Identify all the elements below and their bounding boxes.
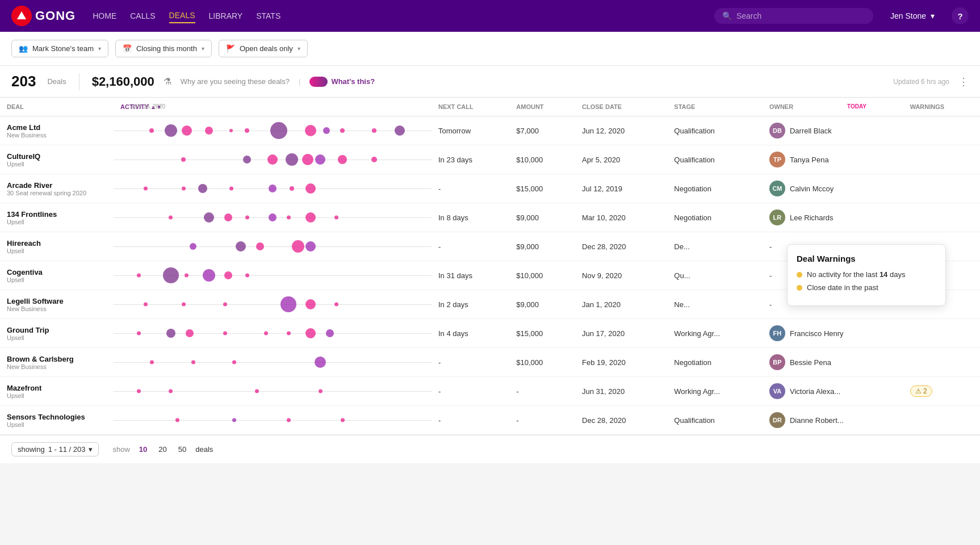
deal-cell: CogentivaUpsell	[0, 261, 114, 290]
deal-amount: $2,160,000	[92, 74, 154, 89]
stage-value: Qu...	[674, 271, 690, 280]
table-row[interactable]: Ground TripUpsellIn 4 days$15,000Jun 17,…	[0, 319, 980, 348]
svg-marker-0	[17, 11, 26, 19]
next-call-cell: In 8 days	[432, 203, 509, 232]
table-row[interactable]: MazefrontUpsell--Jun 31, 2020Working Agr…	[0, 377, 980, 406]
page-size-20[interactable]: 20	[156, 444, 169, 455]
warnings-title: Deal Warnings	[797, 254, 936, 263]
deal-warnings-popup: Deal Warnings No activity for the last 1…	[787, 244, 946, 306]
timeline-dot	[340, 128, 345, 133]
timeline-dot	[203, 269, 215, 282]
warnings-cell	[903, 116, 980, 145]
help-button[interactable]: ?	[952, 7, 969, 24]
deal-name: 134 Frontlines	[7, 210, 107, 219]
timeline-dot	[232, 418, 236, 422]
table-row[interactable]: Acme LtdNew BusinessTomorrow$7,000Jun 12…	[0, 116, 980, 145]
timeline-dot	[182, 303, 186, 307]
amount-cell: $9,000	[509, 232, 575, 261]
timeline-dot	[305, 125, 316, 136]
chevron-down-icon: ▾	[202, 45, 204, 52]
timeline-dot	[245, 274, 249, 278]
timeline-dot	[169, 216, 173, 220]
avatar: VA	[769, 383, 785, 399]
team-filter[interactable]: 👥 Mark Stone's team ▾	[11, 40, 108, 57]
activity-cell	[114, 174, 432, 203]
next-call-cell: -	[432, 174, 509, 203]
stage-value: Qualification	[674, 127, 715, 135]
timeline-line	[114, 275, 432, 276]
activity-cell	[114, 348, 432, 377]
nav-deals[interactable]: DEALS	[169, 9, 195, 23]
timeline-dot	[286, 153, 298, 166]
next-call-cell: In 2 days	[432, 290, 509, 319]
deal-count-label: Deals	[47, 77, 66, 86]
header-amount: AMOUNT	[509, 98, 575, 116]
nav-calls[interactable]: CALLS	[130, 9, 155, 23]
logo-text: GONG	[35, 9, 76, 23]
page-size-50[interactable]: 50	[176, 444, 189, 455]
deal-cell: 134 FrontlinesUpsell	[0, 203, 114, 232]
avatar: LR	[769, 209, 785, 225]
deal-cell: MazefrontUpsell	[0, 377, 114, 406]
search-input[interactable]	[736, 11, 865, 20]
next-call-cell: -	[432, 232, 509, 261]
showing-select[interactable]: showing 1 - 11 / 203 ▾	[11, 442, 99, 456]
warning-badge[interactable]: ⚠ 2	[910, 385, 932, 397]
showing-range: 1 - 11 / 203	[48, 445, 86, 454]
timeline-dot	[224, 213, 232, 221]
period-filter[interactable]: 📅 Closing this month ▾	[115, 40, 212, 57]
timeline-dot	[256, 242, 264, 250]
why-text[interactable]: Why are you seeing these deals?	[181, 77, 290, 86]
whats-this-button[interactable]: What's this?	[309, 77, 375, 87]
nav-home[interactable]: HOME	[93, 9, 116, 23]
stage-cell: Qualification	[667, 406, 763, 435]
stage-cell: De...	[667, 232, 763, 261]
nav-stats[interactable]: STATS	[256, 9, 280, 23]
period-label: Closing this month	[136, 44, 197, 53]
activity-timeline	[114, 261, 432, 290]
warnings-cell	[903, 348, 980, 377]
more-options-button[interactable]: ⋮	[958, 76, 969, 88]
warnings-cell	[903, 145, 980, 174]
user-menu[interactable]: Jen Stone ▾	[890, 11, 935, 20]
table-row[interactable]: CultureIQUpsellIn 23 days$10,000Apr 5, 2…	[0, 145, 980, 174]
team-label: Mark Stone's team	[32, 44, 94, 53]
status-label: Open deals only	[240, 44, 293, 53]
table-row[interactable]: Brown & CarlsbergNew Business-$10,000Feb…	[0, 348, 980, 377]
table-row[interactable]: Sensors TechnologiesUpsell--Dec 28, 2020…	[0, 406, 980, 435]
filter-icon: ⚗	[164, 76, 171, 87]
close-date-cell: Mar 10, 2020	[575, 203, 667, 232]
timeline-dot	[319, 389, 323, 393]
timeline-dot	[182, 125, 192, 136]
owner-name: Darrell Black	[790, 127, 832, 135]
nav-library[interactable]: LIBRARY	[209, 9, 243, 23]
deal-cell: HirereachUpsell	[0, 232, 114, 261]
next-call-value: In 8 days	[438, 213, 468, 222]
close-date-cell: Jan 1, 2020	[575, 290, 667, 319]
table-row[interactable]: Arcade River30 Seat renewal spring 2020-…	[0, 174, 980, 203]
close-date-cell: Feb 19, 2020	[575, 348, 667, 377]
owner-name: Francisco Henry	[790, 329, 844, 338]
timeline-dot	[269, 213, 277, 221]
deal-name: Hirereach	[7, 239, 107, 248]
activity-timeline	[114, 174, 432, 203]
status-filter[interactable]: 🚩 Open deals only ▾	[219, 40, 308, 57]
toggle-icon	[309, 77, 328, 87]
timeline-dot	[255, 389, 259, 393]
table-row[interactable]: 134 FrontlinesUpsellIn 8 days$9,000Mar 1…	[0, 203, 980, 232]
owner-cell: BPBessie Pena	[763, 348, 903, 377]
owner-cell: DBDarrell Black	[763, 116, 903, 145]
page-size-10[interactable]: 10	[137, 444, 149, 455]
header-activity[interactable]: ACTIVITY ▲▼ JUN 13, 2020 TODAY	[114, 98, 432, 116]
header-deal: DEAL	[0, 98, 114, 116]
next-call-cell: -	[432, 406, 509, 435]
amount-cell: $9,000	[509, 203, 575, 232]
timeline-dot	[232, 360, 236, 364]
activity-timeline	[114, 232, 432, 261]
deal-cell: Ground TripUpsell	[0, 319, 114, 348]
navbar: GONG HOME CALLS DEALS LIBRARY STATS 🔍 Je…	[0, 0, 980, 32]
deal-name: CultureIQ	[7, 152, 107, 161]
deal-type: New Business	[7, 305, 107, 312]
deal-name: Brown & Carlsberg	[7, 355, 107, 363]
close-date-cell: Nov 9, 2020	[575, 261, 667, 290]
